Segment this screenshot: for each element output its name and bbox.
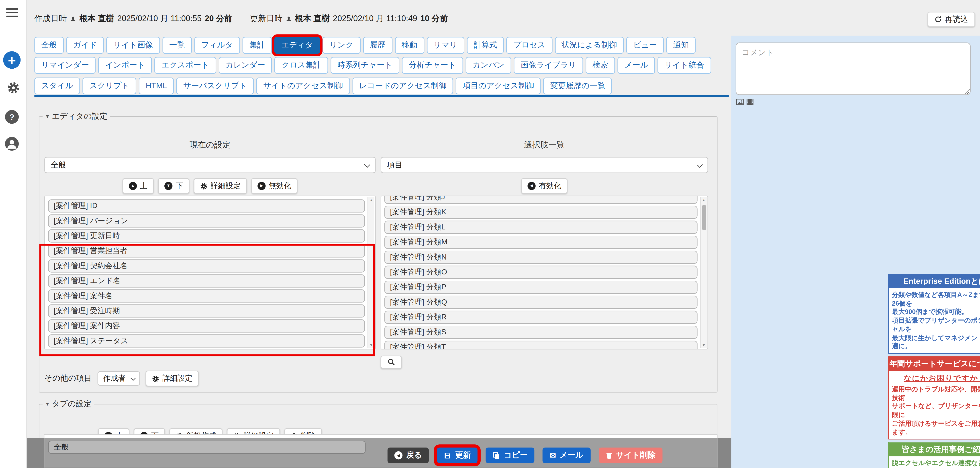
tab-notification[interactable]: 通知 xyxy=(666,37,695,54)
disable-button[interactable]: ▶ 無効化 xyxy=(251,178,298,194)
scrollbar[interactable]: ▲ ▼ xyxy=(700,197,707,348)
tab-site-image[interactable]: サイト画像 xyxy=(107,37,160,54)
help-button[interactable]: ? xyxy=(5,110,19,124)
tab-guide[interactable]: ガイド xyxy=(66,37,104,54)
tab-aggregate[interactable]: 集計 xyxy=(243,37,272,54)
tab-mail[interactable]: メール xyxy=(617,57,655,74)
copy-button[interactable]: コピー xyxy=(486,447,535,463)
tab-script[interactable]: スクリプト xyxy=(83,78,136,95)
list-item[interactable]: [案件管理] 分類S xyxy=(384,326,698,339)
list-item[interactable]: [案件管理] 受注時期 xyxy=(48,304,365,317)
tab-link[interactable]: リンク xyxy=(323,37,360,54)
tab-analysis-chart[interactable]: 分析チャート xyxy=(402,57,463,74)
delete-site-button[interactable]: サイト削除 xyxy=(598,447,662,463)
list-item[interactable]: [案件管理] エンド名 xyxy=(48,274,365,287)
tab-view[interactable]: ビュー xyxy=(626,37,664,54)
tab-status-control[interactable]: 状況による制御 xyxy=(555,37,624,54)
tab-settings-item[interactable]: 全般 xyxy=(48,441,366,454)
update-button[interactable]: 更新 xyxy=(437,447,477,463)
list-item[interactable]: [案件管理] ID xyxy=(48,199,365,212)
move-down-button[interactable]: ▼ 下 xyxy=(158,178,189,194)
search-choices-button[interactable] xyxy=(381,356,402,369)
mail-button[interactable]: ✉ メール xyxy=(543,447,590,463)
tab-move[interactable]: 移動 xyxy=(395,37,424,54)
tab-server-script[interactable]: サーバスクリプト xyxy=(177,78,254,95)
scrollbar[interactable]: ▲ ▼ xyxy=(368,197,374,348)
scroll-down-icon[interactable]: ▼ xyxy=(701,343,707,347)
account-button[interactable] xyxy=(5,137,19,151)
promo-support[interactable]: 年間サポートサービスについて なにかお困りですか？ 運用中のトラブル対応や、開発… xyxy=(888,357,980,440)
plus-icon: ＋ xyxy=(6,54,18,66)
list-item[interactable]: [案件管理] 分類Q xyxy=(384,296,698,309)
tab-export[interactable]: エクスポート xyxy=(154,57,216,74)
advanced-setting-button[interactable]: 詳細設定 xyxy=(194,178,247,194)
list-item[interactable]: [案件管理] 分類L xyxy=(384,221,698,234)
editor-settings-legend[interactable]: ▼ エディタの設定 xyxy=(43,111,110,122)
list-item[interactable]: [案件管理] 分類N xyxy=(384,251,698,264)
other-advanced-setting-button[interactable]: 詳細設定 xyxy=(146,371,199,386)
film-icon[interactable] xyxy=(746,98,754,106)
refresh-icon xyxy=(934,16,942,23)
list-item[interactable]: [案件管理] バージョン xyxy=(48,214,365,227)
list-item[interactable]: [案件管理] 更新日時 xyxy=(48,229,365,242)
tab-settings-legend[interactable]: ▼ タブの設定 xyxy=(43,399,94,409)
list-item[interactable]: [案件管理] 分類T xyxy=(384,341,698,349)
comment-input[interactable] xyxy=(736,43,970,95)
tab-column-access-control[interactable]: 項目のアクセス制御 xyxy=(456,78,541,95)
scroll-down-icon[interactable]: ▼ xyxy=(368,343,374,347)
tab-summary[interactable]: サマリ xyxy=(426,37,464,54)
create-new-button[interactable]: ＋ xyxy=(3,51,21,69)
current-setting-select[interactable]: 全般 xyxy=(45,157,375,173)
tab-record-access-control[interactable]: レコードのアクセス制御 xyxy=(352,78,453,95)
collapse-caret-icon: ▼ xyxy=(45,114,50,119)
promo-enterprise[interactable]: Enterprise Editionとは 分類や数値など各項目A～Zまでの26個… xyxy=(888,274,980,354)
tab-change-history[interactable]: 変更履歴の一覧 xyxy=(544,78,612,95)
list-item[interactable]: [案件管理] 分類M xyxy=(384,236,698,248)
tab-process[interactable]: プロセス xyxy=(506,37,552,54)
tab-crosstab[interactable]: クロス集計 xyxy=(275,57,328,74)
enable-button[interactable]: ◀ 有効化 xyxy=(521,178,568,194)
scrollbar-thumb[interactable] xyxy=(702,205,706,230)
scroll-up-icon[interactable]: ▲ xyxy=(368,198,374,202)
list-item[interactable]: [案件管理] 営業担当者 xyxy=(48,244,365,257)
tab-general[interactable]: 全般 xyxy=(34,37,64,54)
tab-editor[interactable]: エディタ xyxy=(274,37,320,54)
tab-site-integration[interactable]: サイト統合 xyxy=(658,57,711,74)
tab-style[interactable]: スタイル xyxy=(34,78,80,95)
list-item[interactable]: [案件管理] 分類O xyxy=(384,266,698,279)
tab-calendar[interactable]: カレンダー xyxy=(218,57,272,74)
tab-list[interactable]: 一覧 xyxy=(162,37,192,54)
list-item[interactable]: [案件管理] 案件名 xyxy=(48,289,365,302)
promo-enterprise-title: Enterprise Editionとは xyxy=(889,274,980,288)
scroll-up-icon[interactable]: ▲ xyxy=(701,198,707,202)
tab-site-access-control[interactable]: サイトのアクセス制御 xyxy=(256,78,350,95)
gear-icon xyxy=(6,81,20,94)
settings-gear-icon[interactable] xyxy=(6,80,21,95)
promo-case-studies[interactable]: 皆さまの活用事例ご紹介 脱エクセルやエクセル連携などの業務改善、 基幹システムな… xyxy=(888,442,980,468)
list-item[interactable]: [案件管理] ステータス xyxy=(48,334,365,347)
other-columns-select[interactable]: 作成者 xyxy=(97,371,140,386)
list-item[interactable]: [案件管理] 分類J xyxy=(384,196,698,204)
list-item[interactable]: [案件管理] 契約会社名 xyxy=(48,259,365,272)
tab-html[interactable]: HTML xyxy=(139,78,174,95)
tab-reminder[interactable]: リマインダー xyxy=(34,57,96,74)
choices-select[interactable]: 項目 xyxy=(381,157,708,173)
tab-import[interactable]: インポート xyxy=(99,57,152,74)
tab-kanban[interactable]: カンバン xyxy=(466,57,511,74)
list-item[interactable]: [案件管理] 分類R xyxy=(384,311,698,324)
tab-image-library[interactable]: 画像ライブラリ xyxy=(514,57,583,74)
image-icon[interactable] xyxy=(737,98,744,106)
hamburger-menu-icon[interactable] xyxy=(6,8,18,17)
move-up-button[interactable]: ▲ 上 xyxy=(123,178,154,194)
tab-formula[interactable]: 計算式 xyxy=(467,37,504,54)
list-item[interactable]: [案件管理] 分類P xyxy=(384,281,698,294)
reload-button[interactable]: 再読込 xyxy=(927,12,975,27)
back-button[interactable]: ◀ 戻る xyxy=(388,447,429,463)
list-item[interactable]: [案件管理] 案件内容 xyxy=(48,320,365,332)
tab-history[interactable]: 履歴 xyxy=(363,37,392,54)
tab-search[interactable]: 検索 xyxy=(586,57,615,74)
left-rail: ＋ ? xyxy=(0,0,27,468)
tab-timeseries-chart[interactable]: 時系列チャート xyxy=(331,57,399,74)
list-item[interactable]: [案件管理] 分類K xyxy=(384,205,698,218)
tab-filter[interactable]: フィルタ xyxy=(194,37,240,54)
